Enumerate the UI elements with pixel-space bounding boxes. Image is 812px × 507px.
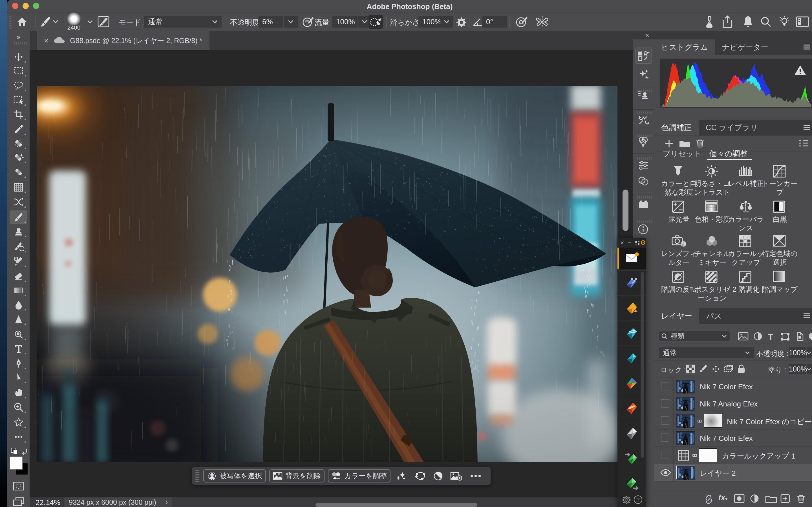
svg-text:?: ? [637,497,640,503]
